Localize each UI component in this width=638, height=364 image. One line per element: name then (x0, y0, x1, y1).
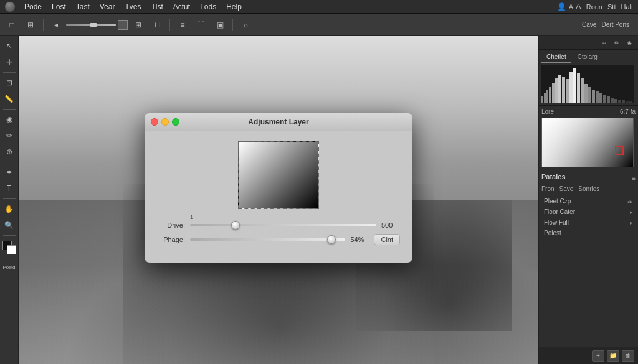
roun-item[interactable]: Roun (586, 3, 602, 11)
toolbar-swatch[interactable] (118, 20, 128, 30)
phase-slider-track[interactable] (190, 238, 345, 241)
list-item-3[interactable]: Polest (541, 228, 636, 238)
svg-rect-5 (555, 78, 558, 103)
panel-btn-add[interactable]: + (592, 350, 604, 362)
toolbar-slider-group: ◂ (48, 17, 128, 32)
minimize-button[interactable] (161, 118, 169, 126)
patterns-sonries[interactable]: Sonries (578, 185, 599, 192)
font-size-a2[interactable]: A (576, 2, 581, 11)
menu-tves[interactable]: Tves (120, 1, 145, 12)
tool-frame[interactable]: ⊔ (149, 17, 165, 32)
menu-pode[interactable]: Pode (20, 1, 46, 12)
stt-item[interactable]: Stt (607, 3, 616, 11)
svg-rect-16 (596, 91, 599, 103)
menu-vear[interactable]: Vear (95, 1, 120, 12)
top-right-icons: 👤 A A (557, 2, 581, 11)
tool-zoom[interactable]: 🔍 (2, 218, 17, 233)
maximize-button[interactable] (172, 118, 179, 126)
phase-value: 54% (350, 236, 369, 243)
halt-item[interactable]: Halt (621, 3, 633, 11)
tool-separator-3 (3, 162, 16, 162)
list-item-2[interactable]: Flow Full ▸ (541, 217, 636, 228)
tool-separator-2 (3, 109, 16, 110)
patterns-menu-icon[interactable]: ≡ (632, 175, 636, 182)
phase-slider-thumb[interactable] (327, 235, 336, 244)
toolbar-slider[interactable] (66, 24, 116, 26)
drive-slider-track[interactable] (190, 224, 376, 226)
panel-icon-2[interactable]: ✏ (612, 38, 622, 48)
adjustment-dialog: Adjusment Layer 1 Drive: 5 (145, 113, 412, 263)
gradient-preview (238, 141, 319, 209)
list-item-3-label: Polest (544, 230, 561, 236)
tool-grid[interactable]: ⊞ (130, 17, 146, 32)
color-cursor[interactable] (615, 146, 624, 155)
cancel-button[interactable]: Cint (374, 234, 400, 245)
list-item-1[interactable]: Floor Cater ▸ (541, 207, 636, 217)
menu-tast[interactable]: Tast (72, 1, 94, 12)
tool-crop[interactable]: ⊡ (2, 75, 17, 90)
menu-tlst[interactable]: Tlst (146, 1, 167, 12)
panel-btn-trash[interactable]: 🗑 (622, 350, 634, 362)
panel-btn-folder[interactable]: 📁 (607, 350, 619, 362)
patterns-toolbar: Fron Save Sonries (541, 185, 636, 192)
tool-path[interactable]: ⌒ (193, 17, 209, 32)
tool-brush[interactable]: ✏ (2, 128, 17, 143)
panel-icon-3[interactable]: ◈ (624, 38, 634, 48)
svg-rect-2 (546, 90, 548, 103)
tool-btn-1[interactable]: □ (4, 17, 20, 32)
tab-chetiet[interactable]: Chetiet (541, 52, 571, 63)
patterns-fron[interactable]: Fron (541, 185, 555, 192)
tool-search[interactable]: ⌕ (237, 17, 254, 32)
patterns-save[interactable]: Save (559, 185, 574, 192)
menu-lods[interactable]: Lods (196, 1, 221, 12)
svg-rect-14 (588, 87, 591, 103)
tool-doc[interactable]: ▣ (212, 17, 228, 32)
svg-rect-24 (626, 101, 629, 103)
tool-align[interactable]: ≡ (174, 17, 191, 32)
menu-actut[interactable]: Actut (169, 1, 194, 12)
close-button[interactable] (151, 118, 158, 126)
patterns-section: Pataies ≡ Fron Save Sonries Pleet Czp ◂▸… (539, 170, 638, 347)
background-swatch[interactable] (7, 245, 16, 254)
tool-btn-2[interactable]: ⊞ (22, 17, 39, 32)
tool-move[interactable]: ✛ (2, 55, 17, 70)
patterns-header: Pataies (541, 173, 566, 180)
svg-rect-12 (581, 78, 584, 103)
tool-select[interactable]: ↖ (2, 39, 17, 54)
svg-rect-15 (592, 90, 595, 103)
menu-help[interactable]: Help (222, 1, 246, 12)
svg-rect-10 (573, 68, 576, 103)
tool-mode[interactable]: Poikd (2, 259, 17, 274)
toolbar: □ ⊞ ◂ ⊞ ⊔ ≡ ⌒ ▣ ⌕ Cave | Dert Pons (0, 14, 638, 36)
tab-ctolarg[interactable]: Ctolarg (573, 52, 602, 63)
color-label: Lore (541, 108, 554, 115)
histogram-section: Chetiet Ctolarg (539, 50, 638, 106)
tool-swatches[interactable] (2, 241, 16, 254)
menu-lost[interactable]: Lost (47, 1, 70, 12)
svg-rect-22 (618, 100, 621, 103)
font-size-a[interactable]: A (569, 3, 573, 11)
toolbar-separator-3 (232, 19, 233, 31)
drive-slider-thumb[interactable] (231, 221, 240, 230)
app-icon (5, 2, 15, 12)
tool-separator-1 (3, 72, 16, 73)
tool-separator-4 (3, 198, 16, 199)
list-item-0[interactable]: Pleet Czp ◂▸ (541, 196, 636, 207)
svg-rect-7 (562, 77, 565, 103)
color-gradient[interactable] (541, 118, 634, 167)
panel-icon-1[interactable]: ↔ (599, 38, 609, 48)
tool-clone[interactable]: ⊕ (2, 144, 17, 159)
tool-arrow-left[interactable]: ◂ (48, 17, 64, 32)
tool-pen[interactable]: ✒ (2, 165, 17, 180)
tool-measure[interactable]: 📏 (2, 91, 17, 106)
dialog-body: 1 Drive: 500 Phage: 54% (145, 131, 412, 250)
panel-bottom: + 📁 🗑 (539, 347, 638, 364)
tool-separator-5 (3, 235, 16, 236)
color-section: Lore 6:7 fa (539, 106, 638, 170)
dialog-titlebar[interactable]: Adjusment Layer (145, 113, 412, 131)
tool-hand[interactable]: ✋ (2, 202, 17, 217)
canvas-area: Adjusment Layer 1 Drive: 5 (19, 36, 538, 364)
tool-spot[interactable]: ◉ (2, 112, 17, 127)
tool-text[interactable]: T (2, 181, 17, 196)
drive-tick-label: 1 (190, 214, 193, 220)
